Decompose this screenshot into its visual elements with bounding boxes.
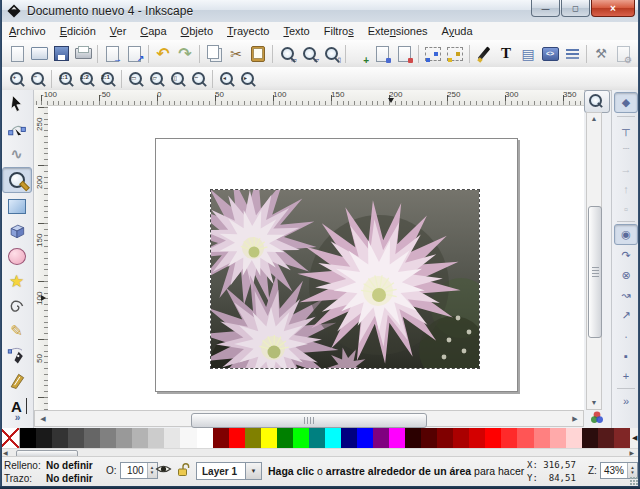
layer-visibility-eye-icon[interactable] [155,463,172,477]
palette-swatch[interactable] [469,428,485,448]
vertical-scroll-thumb[interactable] [588,206,602,338]
vertical-scrollbar[interactable]: ▲ ▼ [586,112,602,410]
menu-edicion[interactable]: Edición [53,23,103,39]
layers-dialog-icon[interactable]: ▤ [517,43,539,65]
redo-icon[interactable]: ↷ [174,43,196,65]
palette-swatch[interactable] [293,428,309,448]
maximize-button[interactable]: ◻ [561,0,590,17]
preferences-icon[interactable]: ⚒ [590,43,612,65]
palette-swatch[interactable] [68,428,84,448]
import-bitmap-icon[interactable]: → [101,43,123,65]
snap-midpoints-icon[interactable]: ∙ [615,326,637,345]
undo-icon[interactable]: ↶ [152,43,174,65]
zoom-to-page-icon[interactable]: ▯ [320,43,342,65]
zoom-in-icon[interactable]: + [6,69,27,89]
palette-swatch[interactable] [309,428,325,448]
palette-swatch[interactable] [453,428,469,448]
snap-path-intersections-icon[interactable]: ⊗ [615,266,637,285]
palette-swatch[interactable] [164,428,180,448]
palette-swatch[interactable] [421,428,437,448]
calligraphy-tool[interactable] [3,369,31,393]
snap-bbox-edges-icon[interactable]: ┄ [615,139,637,158]
document-page[interactable] [155,138,518,392]
menu-capa[interactable]: Capa [133,23,173,39]
current-layer-select[interactable]: Layer 1 [196,462,246,480]
snap-bbox-corners-icon[interactable]: → [615,159,637,178]
zoom-tool[interactable] [2,167,32,193]
opacity-spinbox[interactable]: 100 ▲▼ [120,462,158,479]
tweak-tool[interactable]: ∿ [3,142,31,166]
color-managed-display-button[interactable] [584,408,610,427]
minimize-button[interactable]: — [531,0,560,17]
palette-swatch[interactable] [341,428,357,448]
zoom-value[interactable]: 43% [601,465,627,476]
horizontal-scrollbar[interactable]: ◀ ▶ [34,410,584,427]
palette-swatch[interactable] [566,428,582,448]
palette-swatch[interactable] [389,428,405,448]
close-button[interactable]: × [591,0,635,17]
palette-swatch[interactable] [534,428,550,448]
palette-swatch[interactable] [614,428,630,448]
palette-swatch[interactable] [550,428,566,448]
snap-rotation-centers-icon[interactable]: + [615,366,637,385]
create-clone-icon[interactable] [371,43,393,65]
fill-stroke-indicator[interactable]: Relleno:No definir Trazo:No definir [4,459,93,485]
scroll-left-icon[interactable]: ◀ [35,415,51,423]
zoom-page-width-icon[interactable]: ⇔ [188,69,209,89]
more-snap-options-icon[interactable]: » [615,391,637,410]
horizontal-scroll-thumb[interactable] [191,413,427,428]
palette-swatch[interactable] [213,428,229,448]
fill-stroke-dialog-icon[interactable] [473,43,495,65]
palette-swatch[interactable] [261,428,277,448]
menu-objeto[interactable]: Objeto [174,23,220,39]
zoom-next-icon[interactable]: ▸ [237,69,258,89]
box3d-tool[interactable] [3,219,31,243]
menu-ver[interactable]: Ver [103,23,134,39]
palette-swatch[interactable] [357,428,373,448]
menu-texto[interactable]: Texto [276,23,316,39]
align-dialog-icon[interactable] [561,43,583,65]
snap-cusp-nodes-icon[interactable]: ↝ [615,286,637,305]
selector-tool[interactable] [3,92,31,116]
star-tool[interactable]: ★ [3,269,31,293]
palette-swatch[interactable] [52,428,68,448]
menu-filtros[interactable]: Filtros [317,23,361,39]
paste-icon[interactable] [247,43,269,65]
cut-icon[interactable]: ✂ [225,43,247,65]
palette-swatch[interactable] [598,428,614,448]
vertical-ruler[interactable]: 250200150100500 [34,105,49,410]
group-icon[interactable] [422,43,444,65]
zoom-drawing-icon[interactable]: ▱ [146,69,167,89]
scroll-up-icon[interactable]: ▲ [587,113,601,125]
copy-icon[interactable] [203,43,225,65]
palette-swatch[interactable] [180,428,196,448]
imported-photo-cactus-flowers[interactable] [211,190,479,368]
snap-bbox-centers-icon[interactable]: ▫ [615,199,637,218]
palette-swatch[interactable] [405,428,421,448]
xml-editor-icon[interactable]: <> [539,43,561,65]
palette-swatch[interactable] [245,428,261,448]
snap-object-centers-icon[interactable]: ▪ [615,346,637,365]
sticky-zoom-button[interactable] [584,90,610,113]
palette-swatch[interactable] [148,428,164,448]
ellipse-tool[interactable] [3,244,31,268]
pen-tool[interactable] [3,344,31,368]
snap-bounding-box-icon[interactable]: ┬ [615,119,637,138]
palette-swatch[interactable] [229,428,245,448]
menu-ayuda[interactable]: Ayuda [435,23,480,39]
palette-swatch[interactable] [277,428,293,448]
menu-trayecto[interactable]: Trayecto [220,23,276,39]
palette-swatch[interactable] [36,428,52,448]
zoom-selection-icon[interactable]: ▭ [125,69,146,89]
zoom-out-icon[interactable]: − [27,69,48,89]
palette-swatch[interactable] [132,428,148,448]
pencil-tool[interactable]: ✎ [3,319,31,343]
open-document-icon[interactable] [28,43,50,65]
node-tool[interactable] [3,117,31,141]
palette-swatch[interactable] [100,428,116,448]
palette-swatch[interactable] [20,428,36,448]
palette-swatch[interactable] [84,428,100,448]
palette-swatch[interactable] [517,428,533,448]
palette-swatch[interactable] [501,428,517,448]
opacity-value[interactable]: 100 [121,465,147,476]
